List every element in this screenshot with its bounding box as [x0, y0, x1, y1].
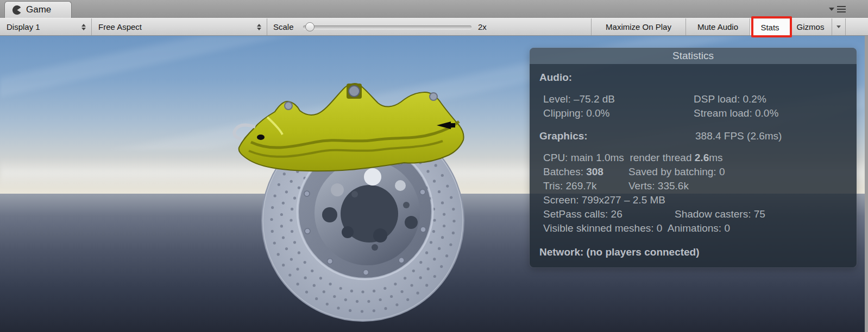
audio-row: Level: –75.2 dBDSP load: 0.2%	[539, 92, 847, 106]
updown-arrows-icon	[257, 24, 261, 30]
brake-caliper	[234, 84, 463, 171]
audio-heading: Audio:	[539, 71, 847, 85]
audio-row: Clipping: 0.0%Stream load: 0.0%	[539, 106, 847, 120]
display-dropdown[interactable]: Display 1	[0, 18, 91, 35]
tab-bar: Game	[0, 0, 868, 18]
maximize-on-play-button[interactable]: Maximize On Play	[592, 18, 685, 35]
scale-slider-thumb[interactable]	[305, 22, 315, 31]
chevron-down-icon	[829, 8, 834, 11]
scale-label: Scale	[273, 18, 294, 35]
fps-value: 388.4 FPS (2.6ms)	[695, 129, 782, 143]
stats-toggle-button[interactable]: Stats	[750, 19, 790, 35]
window-edge	[865, 36, 868, 332]
cpu-line: CPU: main 1.0ms render thread 2.6ms	[539, 151, 847, 165]
panel-menu-button[interactable]	[829, 6, 846, 12]
statistics-title: Statistics	[530, 48, 857, 64]
screen-line: Screen: 799x277 – 2.5 MB	[539, 193, 847, 207]
menu-icon	[837, 6, 846, 12]
scale-slider[interactable]	[303, 25, 471, 29]
gizmos-button[interactable]: Gizmos	[790, 18, 831, 35]
chevron-down-icon	[836, 25, 841, 28]
tab-title: Game	[26, 4, 51, 15]
graphics-heading: Graphics:	[539, 129, 588, 143]
network-line: Network: (no players connected)	[539, 245, 847, 259]
game-view-toolbar: Display 1 Free Aspect Scale 2x Maximize …	[0, 18, 868, 36]
tris-verts-line: Tris: 269.7kVerts: 335.6k	[539, 179, 847, 193]
batches-line: Batches: 308Saved by batching: 0	[539, 165, 847, 179]
aspect-dropdown-label: Free Aspect	[98, 22, 142, 31]
game-viewport[interactable]: Statistics Audio: Level: –75.2 dBDSP loa…	[0, 36, 865, 332]
mute-audio-button[interactable]: Mute Audio	[686, 18, 750, 35]
scale-value: 2x	[478, 18, 487, 35]
unity-game-view-window: Game Display 1 Free Aspect Scale 2x Maxi	[0, 0, 868, 332]
updown-arrows-icon	[81, 24, 86, 30]
graphics-heading-row: Graphics: 388.4 FPS (2.6ms)	[539, 129, 847, 143]
setpass-line: SetPass calls: 26Shadow casters: 75	[539, 207, 847, 221]
display-dropdown-label: Display 1	[7, 22, 40, 31]
tab-game[interactable]: Game	[4, 1, 72, 18]
statistics-panel: Statistics Audio: Level: –75.2 dBDSP loa…	[530, 48, 857, 267]
skinned-meshes-line: Visible skinned meshes: 0 Animations: 0	[539, 221, 847, 235]
gizmos-dropdown-arrow[interactable]	[832, 18, 845, 35]
aspect-dropdown[interactable]: Free Aspect	[92, 18, 267, 35]
game-view-icon	[12, 5, 22, 15]
